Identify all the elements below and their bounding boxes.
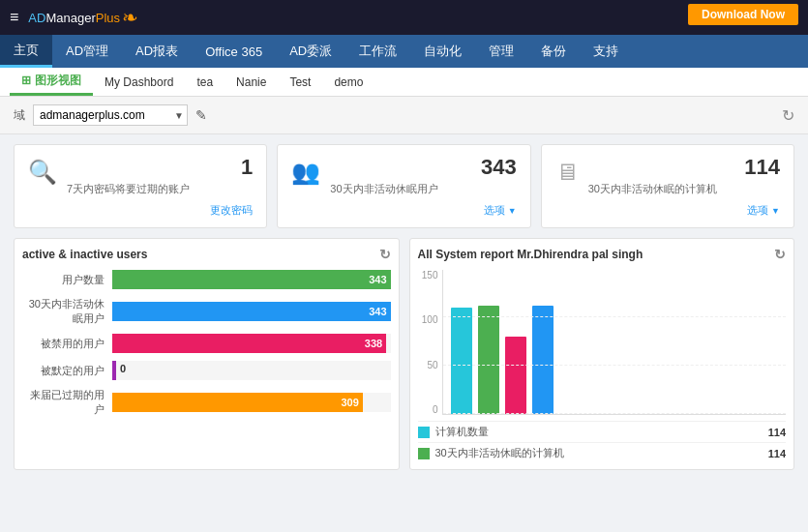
bar-inactive-computers xyxy=(478,306,499,414)
bar-container-expired: 309 xyxy=(112,393,391,412)
bar-group4 xyxy=(532,306,554,414)
change-password-link[interactable]: 更改密码 xyxy=(210,204,253,216)
bar-value-expired: 309 xyxy=(341,397,358,408)
chart-left-title: active & inactive users xyxy=(22,248,147,261)
right-chart-area: 150 100 50 0 xyxy=(418,270,787,463)
stat-number-inactive-computers: 114 xyxy=(588,155,780,180)
chart-left-header: active & inactive users ↻ xyxy=(22,247,391,262)
stat-label-password: 7天内密码将要过期的账户 xyxy=(67,182,253,196)
bar-fill-expired: 309 xyxy=(112,393,363,412)
subtab-graph-view[interactable]: ⊞图形视图 xyxy=(10,68,93,96)
nav-tab-office365[interactable]: Office 365 xyxy=(192,35,276,68)
bar-fill-disabled: 338 xyxy=(112,334,386,353)
bar-group-3 xyxy=(505,337,526,414)
legend-value-computers: 114 xyxy=(768,427,786,438)
stat-label-inactive-computers: 30天内非活动休眠的计算机 xyxy=(588,182,780,196)
options-link-computers[interactable]: 选项 ▼ xyxy=(747,204,780,216)
grid-line-100 xyxy=(443,316,787,317)
bar-label-disabled: 被禁用的用户 xyxy=(22,337,105,351)
nav-tab-workflow[interactable]: 工作流 xyxy=(345,35,410,68)
bar-label-expired: 来届已过期的用户 xyxy=(22,388,105,417)
nav-tab-admin[interactable]: 管理 xyxy=(475,35,527,68)
users-icon: 👥 xyxy=(291,159,320,186)
bar-group3 xyxy=(505,337,526,414)
chart-left-refresh-icon[interactable]: ↻ xyxy=(379,247,391,262)
bar-chart-left: 用户数量 343 30天内非活动休眠用户 343 xyxy=(22,270,391,461)
charts-row: active & inactive users ↻ 用户数量 343 30天内非… xyxy=(14,238,794,470)
grid-icon: ⊞ xyxy=(21,74,31,87)
nav-tab-automation[interactable]: 自动化 xyxy=(410,35,475,68)
domain-select[interactable]: admanagerplus.com xyxy=(33,104,188,126)
options-link-users[interactable]: 选项 ▼ xyxy=(484,204,517,216)
subtab-my-dashboard[interactable]: My Dashbord xyxy=(93,68,185,96)
logo-manager: Manager xyxy=(45,11,95,25)
chart-legend: 计算机数量 114 30天内非活动休眠的计算机 114 xyxy=(418,421,787,463)
subtab-nanie[interactable]: Nanie xyxy=(224,68,278,96)
bar-group-1 xyxy=(451,308,472,414)
grid-line-0 xyxy=(443,413,787,414)
subtab-tea[interactable]: tea xyxy=(185,68,224,96)
bar-container-disabled: 338 xyxy=(112,334,391,353)
bar-group-2 xyxy=(478,306,499,414)
bar-row-inactive-users: 30天内非活动休眠用户 343 xyxy=(22,297,391,326)
domain-refresh-icon[interactable]: ↻ xyxy=(782,106,794,125)
stat-info-inactive-computers: 114 30天内非活动休眠的计算机 xyxy=(588,155,780,196)
bar-value-disabled: 338 xyxy=(365,338,382,349)
nav-tab-backup[interactable]: 备份 xyxy=(527,35,580,68)
legend-value-inactive-computers: 114 xyxy=(768,448,786,459)
legend-label-inactive-computers: 30天内非活动休眠的计算机 xyxy=(435,446,768,460)
domain-bar: 域 admanagerplus.com ▼ ✎ ↻ xyxy=(0,97,808,134)
stat-number-inactive-users: 343 xyxy=(330,155,516,180)
bar-container-default: 0 xyxy=(112,361,391,380)
chart-right-refresh-icon[interactable]: ↻ xyxy=(774,247,786,262)
stat-info-inactive-users: 343 30天内非活动休眠用户 xyxy=(330,155,516,196)
logo-swirl-icon: ❧ xyxy=(122,6,138,29)
dropdown-arrow-icon: ▼ xyxy=(508,206,517,216)
nav-tab-support[interactable]: 支持 xyxy=(580,35,632,68)
bar-value-default: 0 xyxy=(120,363,126,374)
legend-color-inactive-computers xyxy=(418,448,430,459)
grid-line-50 xyxy=(443,365,787,366)
bar-row-disabled-users: 被禁用的用户 338 xyxy=(22,334,391,353)
stat-card-inactive-users: 👥 343 30天内非活动休眠用户 选项 ▼ xyxy=(277,144,530,228)
bar-value-inactive: 343 xyxy=(369,306,386,317)
nav-tab-ad-mgmt[interactable]: AD管理 xyxy=(52,35,122,68)
bar-container-total: 343 xyxy=(112,270,391,289)
chart-right-header: All System report Mr.Dhirendra pal singh… xyxy=(418,247,787,262)
domain-select-wrap: admanagerplus.com ▼ xyxy=(33,104,188,126)
bar-label-inactive: 30天内非活动休眠用户 xyxy=(22,297,105,326)
bar-container-inactive: 343 xyxy=(112,302,391,321)
subtab-test[interactable]: Test xyxy=(278,68,322,96)
stat-card-password: 🔍 1 7天内密码将要过期的账户 更改密码 xyxy=(14,144,267,228)
edit-icon[interactable]: ✎ xyxy=(195,107,207,123)
subtab-demo[interactable]: demo xyxy=(322,68,374,96)
bar-fill-inactive: 343 xyxy=(112,302,391,321)
right-chart-main: 150 100 50 0 xyxy=(418,270,787,415)
stat-action-inactive-users: 选项 ▼ xyxy=(291,202,516,218)
domain-label: 域 xyxy=(14,107,25,124)
nav-tab-home[interactable]: 主页 xyxy=(0,35,52,68)
hamburger-icon[interactable]: ≡ xyxy=(10,9,18,26)
nav-tab-ad-report[interactable]: AD报表 xyxy=(122,35,192,68)
bar-label-default: 被默定的用户 xyxy=(22,364,105,378)
nav-tab-ad-delegate[interactable]: AD委派 xyxy=(276,35,345,68)
top-bar: ≡ AD Manager Plus ❧ Download Now xyxy=(0,0,808,35)
logo-ad: AD xyxy=(28,11,45,25)
legend-item-computers: 计算机数量 114 xyxy=(418,421,787,442)
chart-system-report: All System report Mr.Dhirendra pal singh… xyxy=(409,238,795,470)
bar-row-total-users: 用户数量 343 xyxy=(22,270,391,289)
bar-label-total: 用户数量 xyxy=(22,273,105,287)
download-button[interactable]: Download Now xyxy=(688,4,798,25)
stat-cards: 🔍 1 7天内密码将要过期的账户 更改密码 👥 343 30天内非活动休眠用户 … xyxy=(14,144,794,228)
right-bars-area xyxy=(442,270,787,415)
legend-color-computers xyxy=(418,427,430,438)
computer-icon: 🖥 xyxy=(555,159,579,186)
stat-info-password: 1 7天内密码将要过期的账户 xyxy=(67,155,253,196)
stat-action-inactive-computers: 选项 ▼ xyxy=(555,202,780,218)
bar-fill-default xyxy=(112,361,116,380)
logo: AD Manager Plus ❧ xyxy=(28,6,138,29)
main-content: 🔍 1 7天内密码将要过期的账户 更改密码 👥 343 30天内非活动休眠用户 … xyxy=(0,134,808,532)
stat-label-inactive-users: 30天内非活动休眠用户 xyxy=(330,182,516,196)
chart-active-inactive-users: active & inactive users ↻ 用户数量 343 30天内非… xyxy=(14,238,400,470)
search-icon: 🔍 xyxy=(28,159,57,186)
